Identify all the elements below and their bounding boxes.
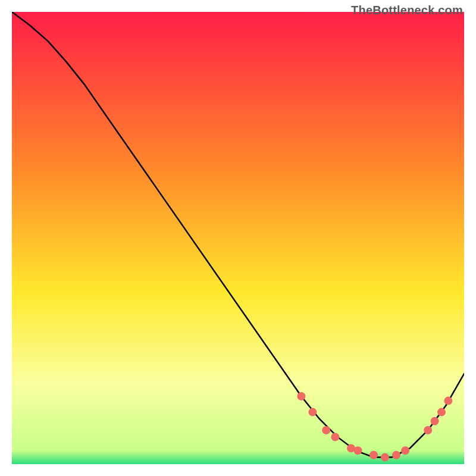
data-marker — [331, 433, 339, 441]
data-marker — [297, 392, 305, 400]
data-marker — [424, 426, 432, 434]
curve-markers — [297, 392, 452, 462]
data-marker — [401, 446, 409, 455]
data-marker — [353, 446, 362, 455]
data-marker — [308, 408, 317, 416]
curve-layer — [12, 12, 464, 464]
data-marker — [381, 453, 389, 462]
watermark-label: TheBottleneck.com — [351, 4, 463, 17]
data-marker — [444, 397, 452, 405]
chart-container: TheBottleneck.com — [0, 0, 476, 476]
data-marker — [431, 417, 439, 425]
bottleneck-curve — [12, 12, 464, 458]
data-marker — [392, 451, 400, 459]
data-marker — [369, 451, 378, 459]
plot-area — [12, 12, 464, 464]
data-marker — [322, 426, 330, 434]
data-marker — [437, 408, 446, 416]
